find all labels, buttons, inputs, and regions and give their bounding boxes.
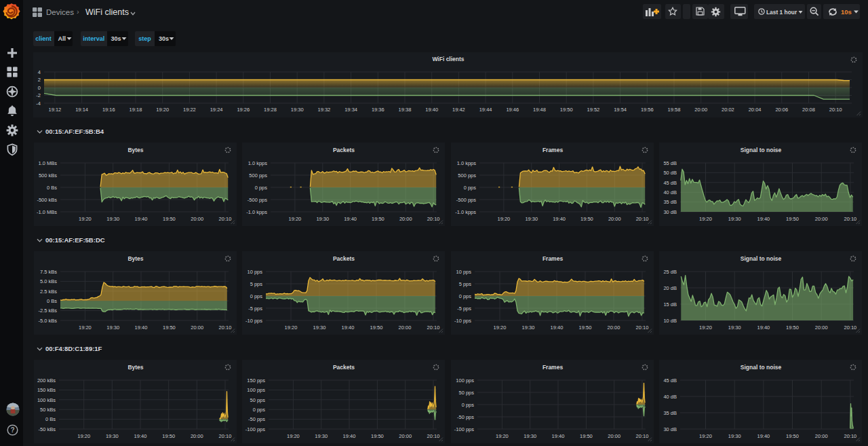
svg-text:20 dB: 20 dB: [663, 285, 677, 291]
svg-text:55 dB: 55 dB: [663, 160, 677, 166]
svg-text:20:10: 20:10: [219, 324, 232, 331]
svg-text:-500 pps: -500 pps: [456, 197, 476, 203]
svg-text:19:44: 19:44: [479, 107, 492, 113]
svg-text:-1.0 kpps: -1.0 kpps: [455, 209, 476, 215]
svg-text:50 pps: 50 pps: [458, 390, 474, 396]
svg-text:20:10: 20:10: [427, 324, 440, 331]
svg-text:19:20: 19:20: [699, 324, 712, 331]
svg-text:20:10: 20:10: [219, 433, 232, 439]
svg-text:19:34: 19:34: [344, 107, 357, 113]
svg-text:50 kBs: 50 kBs: [40, 407, 56, 413]
svg-text:0 pps: 0 pps: [255, 185, 268, 191]
svg-text:40 dB: 40 dB: [663, 394, 677, 400]
svg-text:50 pps: 50 pps: [250, 397, 265, 403]
svg-text:Frames: Frames: [542, 255, 564, 262]
svg-text:20:00: 20:00: [608, 216, 621, 222]
svg-text:20:02: 20:02: [722, 107, 734, 113]
svg-text:19:30: 19:30: [524, 433, 536, 439]
svg-text:-5 pps: -5 pps: [457, 305, 471, 312]
svg-text:19:50: 19:50: [786, 324, 799, 331]
svg-text:Signal to noise: Signal to noise: [741, 364, 782, 371]
svg-text:Frames: Frames: [542, 364, 564, 371]
svg-text:0 Bs: 0 Bs: [47, 185, 57, 191]
svg-text:-10 pps: -10 pps: [454, 318, 471, 324]
svg-text:150 pps: 150 pps: [247, 377, 265, 384]
svg-text:19:30: 19:30: [316, 216, 329, 222]
svg-text:20:00: 20:00: [399, 324, 412, 331]
svg-text:1.0 kpps: 1.0 kpps: [248, 160, 268, 166]
svg-text:500 pps: 500 pps: [249, 172, 267, 179]
svg-text:20:10: 20:10: [636, 433, 649, 439]
svg-text:19:20: 19:20: [287, 433, 300, 439]
svg-text:500 kBs: 500 kBs: [39, 172, 57, 179]
svg-text:19:30: 19:30: [106, 216, 119, 222]
svg-text:19:30: 19:30: [728, 216, 741, 222]
svg-text:19:50: 19:50: [371, 433, 384, 439]
svg-text:10 pps: 10 pps: [456, 269, 471, 275]
svg-text:19:40: 19:40: [757, 324, 770, 331]
svg-text:19:38: 19:38: [399, 107, 412, 113]
svg-text:20:00: 20:00: [191, 324, 203, 331]
svg-text:19:22: 19:22: [183, 107, 196, 113]
svg-text:19:50: 19:50: [163, 324, 176, 331]
svg-text:20:10: 20:10: [844, 216, 857, 222]
svg-text:30 dB: 30 dB: [663, 426, 677, 432]
svg-text:19:30: 19:30: [525, 216, 538, 222]
svg-text:19:30: 19:30: [728, 433, 741, 439]
svg-text:19:46: 19:46: [506, 107, 519, 113]
svg-text:100 kBs: 100 kBs: [37, 397, 56, 403]
svg-text:19:50: 19:50: [370, 324, 383, 331]
svg-text:-500 kBs: -500 kBs: [37, 197, 57, 203]
svg-text:19:36: 19:36: [372, 107, 384, 113]
svg-text:19:30: 19:30: [313, 324, 326, 331]
svg-text:-2.5 kBs: -2.5 kBs: [38, 308, 57, 314]
svg-text:19:52: 19:52: [587, 107, 600, 113]
svg-text:19:40: 19:40: [342, 324, 355, 331]
svg-text:?: ?: [10, 426, 14, 434]
svg-text:20:00: 20:00: [399, 433, 412, 439]
svg-text:20:10: 20:10: [844, 433, 857, 439]
svg-text:20:04: 20:04: [749, 107, 762, 113]
svg-text:Signal to noise: Signal to noise: [741, 255, 782, 262]
svg-text:7.5 kBs: 7.5 kBs: [40, 269, 57, 275]
svg-text:19:40: 19:40: [344, 216, 357, 222]
svg-text:19:40: 19:40: [551, 324, 564, 331]
svg-text:20:10: 20:10: [427, 216, 440, 222]
svg-text:2: 2: [38, 77, 41, 83]
svg-text:Frames: Frames: [542, 147, 564, 153]
svg-text:19:20: 19:20: [77, 433, 90, 439]
svg-text:19:40: 19:40: [343, 433, 356, 439]
svg-text:20:00: 20:00: [815, 216, 828, 222]
svg-text:19:30: 19:30: [315, 433, 328, 439]
svg-text:20:00: 20:00: [608, 324, 620, 331]
svg-text:20:00: 20:00: [399, 216, 412, 222]
svg-text:19:50: 19:50: [163, 216, 176, 222]
svg-text:20:08: 20:08: [802, 107, 815, 113]
svg-text:19:50: 19:50: [372, 216, 384, 222]
svg-text:19:40: 19:40: [135, 324, 148, 331]
svg-text:20:10: 20:10: [844, 324, 857, 331]
svg-text:100 pps: 100 pps: [456, 377, 474, 384]
svg-text:-1.0 MBs: -1.0 MBs: [37, 209, 57, 215]
svg-text:19:30: 19:30: [522, 324, 535, 331]
svg-text:50 dB: 50 dB: [663, 170, 677, 176]
svg-text:45 dB: 45 dB: [663, 180, 677, 186]
svg-text:100 pps: 100 pps: [247, 387, 265, 393]
svg-text:20:06: 20:06: [775, 107, 788, 113]
svg-text:0: 0: [38, 85, 41, 91]
svg-text:19:32: 19:32: [318, 107, 331, 113]
svg-text:2.5 kBs: 2.5 kBs: [40, 289, 57, 295]
svg-text:19:30: 19:30: [106, 433, 119, 439]
svg-text:19:20: 19:20: [79, 324, 92, 331]
svg-text:20:10: 20:10: [636, 216, 649, 222]
svg-text:19:58: 19:58: [668, 107, 681, 113]
svg-text:500 pps: 500 pps: [458, 172, 476, 179]
svg-text:20:00: 20:00: [191, 216, 203, 222]
svg-text:5 pps: 5 pps: [459, 281, 472, 287]
svg-text:-10 pps: -10 pps: [245, 318, 262, 324]
svg-text:40 dB: 40 dB: [663, 189, 677, 196]
svg-text:20:00: 20:00: [191, 433, 203, 439]
svg-text:200 kBs: 200 kBs: [37, 377, 56, 384]
svg-text:20:00: 20:00: [815, 324, 828, 331]
svg-text:-500 pps: -500 pps: [248, 197, 267, 203]
